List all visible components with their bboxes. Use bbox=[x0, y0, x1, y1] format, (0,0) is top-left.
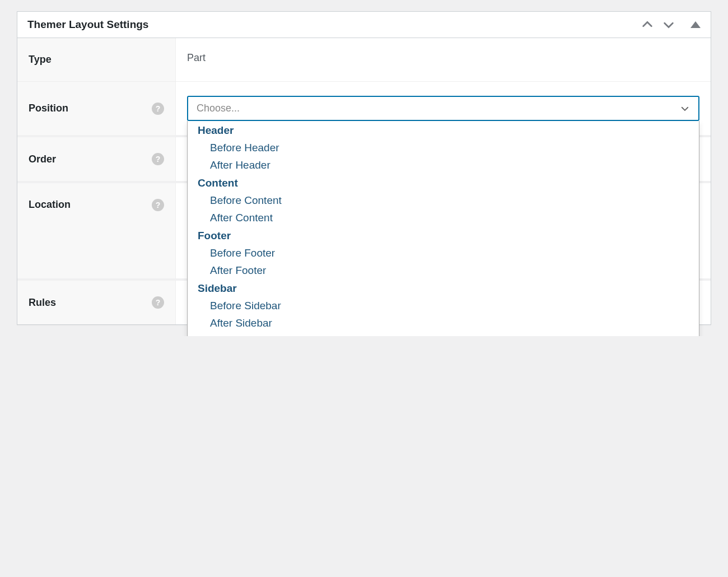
label-location: Location ? bbox=[17, 183, 176, 278]
label-position: Position ? bbox=[17, 82, 176, 135]
metabox-actions bbox=[641, 18, 701, 31]
position-select-input[interactable]: Choose... bbox=[187, 96, 699, 121]
label-text: Type bbox=[29, 54, 52, 66]
dropdown-group: Content bbox=[188, 174, 699, 192]
move-up-icon[interactable] bbox=[641, 18, 654, 31]
dropdown-group: Sidebar bbox=[188, 279, 699, 297]
dropdown-group: Footer bbox=[188, 226, 699, 244]
dropdown-item[interactable]: Before Footer bbox=[188, 244, 699, 262]
value-position: Choose... HeaderBefore HeaderAfter Heade… bbox=[176, 82, 711, 135]
label-order: Order ? bbox=[17, 137, 176, 181]
label-type: Type bbox=[17, 38, 176, 81]
metabox-header: Themer Layout Settings bbox=[17, 12, 711, 38]
collapse-icon[interactable] bbox=[690, 21, 701, 28]
dropdown-group: Posts bbox=[188, 332, 699, 336]
row-position: Position ? Choose... HeaderBefore Header… bbox=[17, 81, 711, 135]
dropdown-item[interactable]: After Content bbox=[188, 209, 699, 226]
label-text: Location bbox=[29, 199, 71, 211]
dropdown-group: Header bbox=[188, 121, 699, 139]
dropdown-item[interactable]: After Sidebar bbox=[188, 314, 699, 332]
row-type: Type Part bbox=[17, 38, 711, 81]
themer-settings-metabox: Themer Layout Settings Type Part Positio… bbox=[17, 11, 711, 325]
position-dropdown[interactable]: HeaderBefore HeaderAfter HeaderContentBe… bbox=[187, 121, 699, 336]
position-select: Choose... HeaderBefore HeaderAfter Heade… bbox=[187, 96, 699, 121]
settings-table: Type Part Position ? Choose... HeaderBef… bbox=[17, 38, 711, 324]
help-icon[interactable]: ? bbox=[152, 199, 164, 211]
move-down-icon[interactable] bbox=[662, 18, 675, 31]
help-icon[interactable]: ? bbox=[152, 296, 164, 309]
label-rules: Rules ? bbox=[17, 281, 176, 324]
dropdown-item[interactable]: Before Header bbox=[188, 139, 699, 156]
chevron-down-icon bbox=[680, 104, 690, 114]
dropdown-item[interactable]: Before Content bbox=[188, 192, 699, 209]
label-text: Position bbox=[29, 103, 68, 114]
help-icon[interactable]: ? bbox=[152, 153, 164, 165]
dropdown-item[interactable]: After Header bbox=[188, 156, 699, 174]
label-text: Rules bbox=[29, 297, 56, 309]
dropdown-item[interactable]: Before Sidebar bbox=[188, 297, 699, 314]
select-placeholder: Choose... bbox=[197, 103, 240, 114]
dropdown-item[interactable]: After Footer bbox=[188, 262, 699, 279]
metabox-title: Themer Layout Settings bbox=[27, 18, 148, 31]
value-type: Part bbox=[176, 38, 711, 78]
label-text: Order bbox=[29, 153, 56, 165]
help-icon[interactable]: ? bbox=[152, 103, 164, 115]
